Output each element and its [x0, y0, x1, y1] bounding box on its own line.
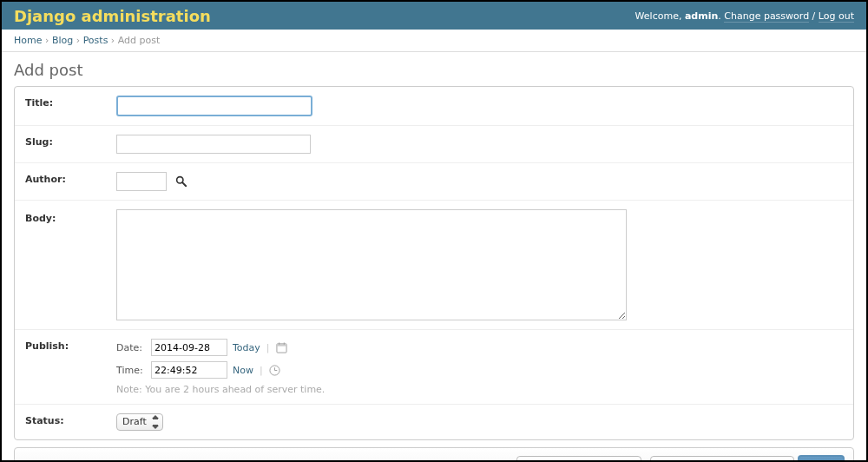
breadcrumb-model[interactable]: Posts	[83, 35, 108, 46]
svg-line-1	[182, 182, 186, 186]
body-textarea[interactable]	[116, 209, 627, 320]
field-label-slug: Slug:	[25, 135, 116, 148]
change-form: Title: Slug: Author: Body: Publish:	[14, 86, 854, 440]
field-row-slug: Slug:	[15, 126, 853, 163]
field-label-publish: Publish:	[25, 339, 116, 352]
clock-icon[interactable]	[269, 364, 281, 376]
breadcrumb: Home › Blog › Posts › Add post	[2, 30, 866, 52]
now-link[interactable]: Now	[233, 365, 253, 376]
svg-rect-3	[277, 343, 286, 346]
calendar-icon[interactable]	[276, 341, 288, 353]
slug-input[interactable]	[116, 135, 311, 154]
save-and-add-another-button[interactable]	[516, 456, 641, 462]
save-and-continue-button[interactable]	[650, 456, 794, 462]
submit-row	[14, 447, 854, 462]
author-input[interactable]	[116, 172, 167, 191]
branding-title: Django administration	[14, 7, 211, 25]
user-tools: Welcome, admin. Change password / Log ou…	[635, 10, 854, 22]
field-row-title: Title:	[15, 87, 853, 126]
field-label-status: Status:	[25, 413, 116, 426]
field-label-author: Author:	[25, 172, 116, 185]
publish-time-input[interactable]	[151, 361, 227, 379]
status-selected-value: Draft	[122, 416, 147, 427]
date-sublabel: Date:	[116, 342, 146, 353]
field-row-status: Status: Draft	[15, 405, 853, 439]
today-link[interactable]: Today	[233, 342, 260, 353]
field-label-title: Title:	[25, 96, 116, 109]
timezone-note: Note: You are 2 hours ahead of server ti…	[116, 384, 325, 395]
welcome-text: Welcome,	[635, 10, 682, 22]
page-title: Add post	[14, 61, 854, 79]
field-row-body: Body:	[15, 201, 853, 330]
save-button[interactable]	[798, 455, 845, 462]
time-sublabel: Time:	[116, 365, 146, 376]
logout-link[interactable]: Log out	[819, 10, 854, 23]
field-row-publish: Publish: Date: Today | Time: Now |	[15, 330, 853, 405]
field-row-author: Author:	[15, 163, 853, 201]
field-label-body: Body:	[25, 209, 116, 224]
search-icon[interactable]	[175, 178, 187, 189]
breadcrumb-app[interactable]: Blog	[52, 35, 73, 46]
publish-date-input[interactable]	[151, 339, 227, 356]
breadcrumb-current: Add post	[118, 35, 161, 46]
breadcrumb-home[interactable]: Home	[14, 35, 42, 46]
header: Django administration Welcome, admin. Ch…	[2, 2, 866, 30]
status-select[interactable]: Draft	[116, 413, 163, 431]
change-password-link[interactable]: Change password	[724, 10, 809, 23]
username: admin	[685, 10, 718, 22]
title-input[interactable]	[116, 96, 312, 116]
